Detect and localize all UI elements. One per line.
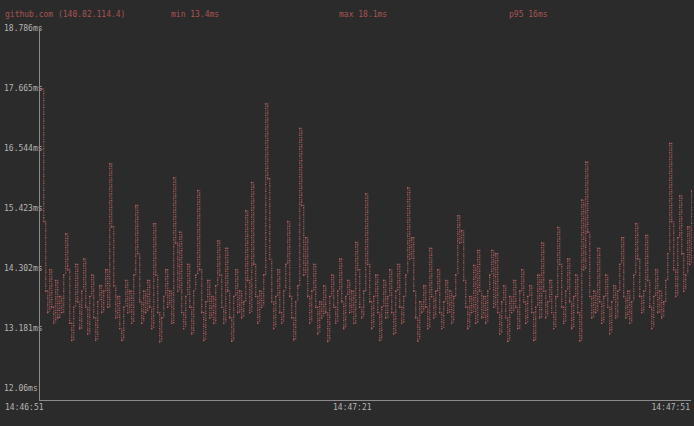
max-latency-label: max 18.1ms bbox=[339, 11, 387, 19]
y-tick-label: 15.423ms bbox=[4, 205, 43, 213]
y-tick-label: 18.786ms bbox=[4, 25, 43, 33]
y-tick-label: 14.302ms bbox=[4, 265, 43, 273]
min-latency-label: min 13.4ms bbox=[171, 11, 219, 19]
latency-plot-canvas bbox=[39, 25, 692, 401]
x-tick-end: 14:47:51 bbox=[651, 404, 690, 412]
y-tick-label: 12.06ms bbox=[4, 385, 38, 393]
host-label: github.com (140.82.114.4) bbox=[5, 11, 125, 19]
p95-latency-label: p95 16ms bbox=[509, 11, 548, 19]
terminal-latency-graph: github.com (140.82.114.4) min 13.4ms max… bbox=[0, 0, 694, 426]
y-tick-label: 13.181ms bbox=[4, 325, 43, 333]
x-tick-middle: 14:47:21 bbox=[333, 404, 372, 412]
y-tick-label: 17.665ms bbox=[4, 85, 43, 93]
y-tick-label: 16.544ms bbox=[4, 145, 43, 153]
x-tick-start: 14:46:51 bbox=[5, 404, 44, 412]
